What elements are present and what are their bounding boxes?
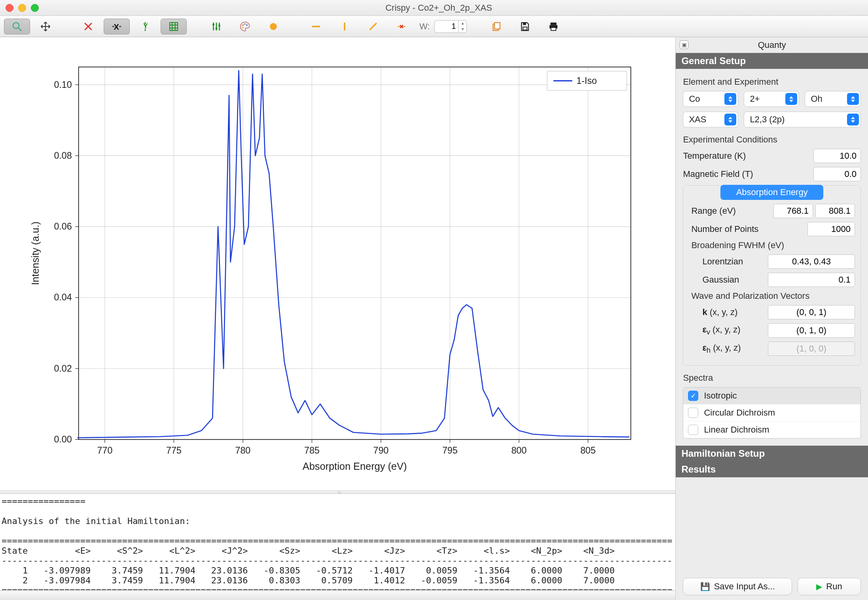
broadening-label: Broadening FWHM (eV) (691, 240, 855, 251)
svg-text:790: 790 (373, 445, 389, 456)
palette-button[interactable] (232, 19, 258, 34)
svg-point-5 (216, 27, 218, 29)
vline-button[interactable] (332, 19, 358, 34)
spectra-list: ✓Isotropic Circular Dichroism Linear Dic… (683, 387, 861, 439)
symmetry-select[interactable]: Oh (805, 91, 861, 107)
k-input[interactable] (768, 305, 855, 319)
gaussian-input[interactable] (768, 273, 855, 287)
svg-text:795: 795 (442, 445, 458, 456)
svg-text:Y: Y (143, 22, 148, 30)
run-button[interactable]: ▶Run (798, 578, 861, 595)
save-icon: 💾 (700, 582, 710, 591)
svg-line-14 (370, 23, 377, 30)
titlebar: Crispy - Co2+_Oh_2p_XAS (0, 0, 868, 16)
svg-text:1-Iso: 1-Iso (576, 76, 597, 86)
range-min-input[interactable] (773, 204, 813, 218)
width-stepper[interactable]: ▲▼ (458, 20, 467, 33)
pan-button[interactable] (32, 19, 59, 34)
svg-text:Intensity (a.u.): Intensity (a.u.) (30, 222, 41, 285)
range-max-input[interactable] (815, 204, 855, 218)
dline-button[interactable] (360, 19, 386, 34)
technique-select[interactable]: XAS (683, 112, 738, 127)
npoints-label: Number of Points (691, 224, 804, 234)
hline-button[interactable] (303, 19, 329, 34)
experimental-conditions-label: Experimental Conditions (683, 135, 861, 145)
general-setup-header[interactable]: General Setup (676, 53, 868, 69)
svg-rect-18 (523, 23, 526, 25)
plot-area[interactable]: 7707757807857907958008050.000.020.040.06… (0, 37, 675, 490)
element-experiment-label: Element and Experiment (683, 77, 861, 87)
k-label: k (x, y, z) (702, 307, 764, 317)
lorentzian-label: Lorentzian (702, 256, 764, 267)
zoom-button[interactable] (4, 19, 30, 34)
chevron-updown-icon (847, 114, 859, 125)
svg-text:785: 785 (304, 445, 320, 456)
delete-button[interactable] (75, 19, 101, 34)
panel-tab-title[interactable]: Quanty (758, 40, 786, 50)
close-icon[interactable] (6, 4, 13, 12)
element-select[interactable]: Co (683, 91, 738, 107)
console-output[interactable]: ================ Analysis of the initial… (0, 494, 675, 591)
print-button[interactable] (540, 19, 567, 34)
sliders-button[interactable] (203, 19, 229, 34)
checkbox-icon[interactable]: ✓ (688, 391, 698, 401)
svg-line-1 (19, 28, 22, 31)
spectrum-plot[interactable]: 7707757807857907958008050.000.020.040.06… (16, 49, 652, 482)
chevron-updown-icon (847, 93, 859, 105)
edge-select[interactable]: L2,3 (2p) (744, 112, 861, 127)
magfield-label: Magnetic Field (T) (683, 169, 809, 179)
circle-marker-button[interactable] (260, 19, 286, 34)
absorption-energy-tab[interactable]: Absorption Energy (720, 185, 823, 200)
checkbox-icon[interactable] (688, 425, 698, 435)
charge-select[interactable]: 2+ (744, 91, 799, 107)
magfield-input[interactable] (813, 167, 861, 181)
svg-point-10 (242, 27, 244, 28)
save-input-button[interactable]: 💾Save Input As... (683, 578, 792, 595)
left-pane: 7707757807857907958008050.000.020.040.06… (0, 37, 675, 600)
copy-button[interactable] (483, 19, 510, 34)
svg-text:0.00: 0.00 (54, 434, 72, 444)
spectra-item-circular[interactable]: Circular Dichroism (683, 404, 860, 422)
svg-rect-65 (79, 67, 631, 439)
svg-text:0.04: 0.04 (54, 292, 72, 302)
spectra-item-isotropic[interactable]: ✓Isotropic (683, 387, 860, 404)
width-input[interactable] (434, 20, 458, 33)
svg-point-7 (242, 24, 244, 26)
hamiltonian-setup-header[interactable]: Hamiltonian Setup (676, 446, 868, 461)
svg-point-0 (13, 23, 19, 28)
svg-point-9 (246, 24, 248, 26)
svg-rect-17 (495, 23, 500, 29)
npoints-input[interactable] (807, 222, 855, 236)
splitter[interactable] (0, 490, 675, 494)
play-icon: ▶ (816, 582, 822, 591)
checkbox-icon[interactable] (688, 408, 698, 418)
x-axis-button[interactable]: X (104, 19, 130, 34)
svg-text:805: 805 (580, 445, 596, 456)
svg-rect-19 (523, 27, 527, 30)
width-spinner[interactable]: ▲▼ (434, 20, 467, 33)
chevron-updown-icon (724, 114, 736, 125)
svg-text:0.06: 0.06 (54, 221, 72, 232)
ev-input[interactable] (768, 323, 855, 338)
status-bar (0, 591, 675, 600)
svg-text:770: 770 (97, 445, 113, 456)
remove-marker-button[interactable] (389, 19, 415, 34)
spectra-item-linear[interactable]: Linear Dichroism (683, 422, 860, 438)
svg-rect-22 (551, 27, 556, 30)
results-header[interactable]: Results (676, 461, 868, 477)
chevron-updown-icon (724, 93, 736, 105)
svg-text:780: 780 (235, 445, 250, 456)
lorentzian-input[interactable] (768, 254, 855, 269)
panel-tab-icon[interactable]: ▣ (680, 40, 688, 49)
ev-label: εv (x, y, z) (702, 325, 764, 336)
svg-point-11 (270, 23, 277, 30)
y-axis-button[interactable]: Y (132, 19, 158, 34)
range-label: Range (eV) (691, 206, 769, 216)
right-panel: ▣ Quanty General Setup Element and Exper… (675, 37, 868, 600)
save-button[interactable] (512, 19, 538, 34)
svg-point-4 (212, 23, 214, 25)
eh-input (768, 342, 855, 356)
temperature-input[interactable] (813, 149, 861, 163)
grid-button[interactable] (161, 19, 187, 34)
eh-label: εh (x, y, z) (702, 343, 764, 355)
